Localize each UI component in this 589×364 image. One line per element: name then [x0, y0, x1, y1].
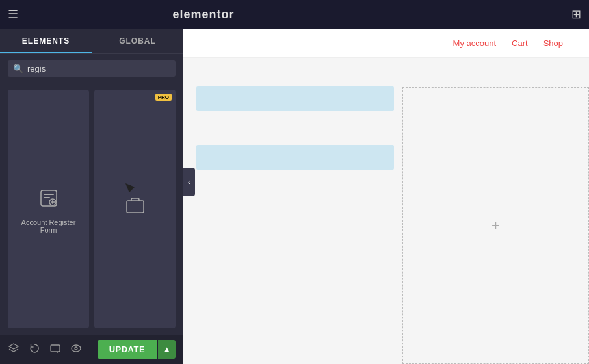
top-bar: ☰ elementor ⊞	[0, 0, 589, 29]
search-input[interactable]	[27, 64, 170, 73]
sidebar-footer: UPDATE ▲	[0, 335, 183, 364]
tab-elements[interactable]: ELEMENTS	[0, 29, 92, 53]
nav-link-shop[interactable]: Shop	[543, 38, 563, 48]
update-button-group: UPDATE ▲	[98, 340, 176, 359]
preview-icon[interactable]	[70, 343, 82, 357]
update-button[interactable]: UPDATE	[98, 340, 157, 359]
pro-badge: PRO	[155, 94, 172, 101]
svg-marker-7	[9, 344, 18, 349]
widget-2[interactable]: PRO	[94, 90, 176, 328]
sidebar: ELEMENTS GLOBAL 🔍	[0, 29, 183, 364]
grid-icon[interactable]: ⊞	[571, 7, 581, 21]
widget-grid: Account Register Form PRO	[0, 83, 183, 335]
history-icon[interactable]	[29, 343, 40, 357]
widget-icon-2	[125, 196, 146, 221]
blue-block-2	[196, 145, 394, 170]
hamburger-icon[interactable]: ☰	[8, 7, 18, 21]
search-input-wrapper: 🔍	[8, 60, 176, 77]
page-preview: My account Cart Shop	[183, 29, 589, 364]
nav-link-cart[interactable]: Cart	[512, 38, 528, 48]
page-header: My account Cart Shop	[183, 29, 589, 58]
svg-rect-2	[44, 197, 50, 198]
nav-link-my-account[interactable]: My account	[453, 38, 496, 48]
plus-icon: +	[491, 217, 500, 234]
svg-point-12	[75, 347, 77, 350]
layers-icon[interactable]	[8, 343, 20, 357]
svg-point-11	[72, 345, 81, 352]
widget-label: Account Register Form	[13, 218, 84, 234]
app-title: elementor	[164, 8, 242, 21]
blue-block-1	[196, 86, 394, 111]
search-box: 🔍	[0, 54, 183, 83]
search-icon: 🔍	[13, 64, 23, 73]
svg-rect-1	[44, 194, 54, 195]
footer-icons	[8, 343, 82, 357]
svg-rect-6	[127, 201, 144, 213]
top-bar-left: ☰	[8, 7, 18, 21]
update-dropdown-button[interactable]: ▲	[158, 340, 176, 359]
main-layout: ELEMENTS GLOBAL 🔍	[0, 29, 589, 364]
canvas-area: My account Cart Shop	[183, 29, 589, 364]
svg-rect-8	[51, 345, 60, 352]
widget-account-register-form[interactable]: Account Register Form	[8, 90, 89, 328]
widget-icon	[38, 188, 59, 213]
sidebar-tabs: ELEMENTS GLOBAL	[0, 29, 183, 54]
tab-global[interactable]: GLOBAL	[92, 29, 183, 53]
responsive-icon[interactable]	[49, 343, 61, 357]
collapse-handle[interactable]: ‹	[183, 168, 195, 196]
placeholder-area[interactable]: +	[402, 87, 589, 364]
